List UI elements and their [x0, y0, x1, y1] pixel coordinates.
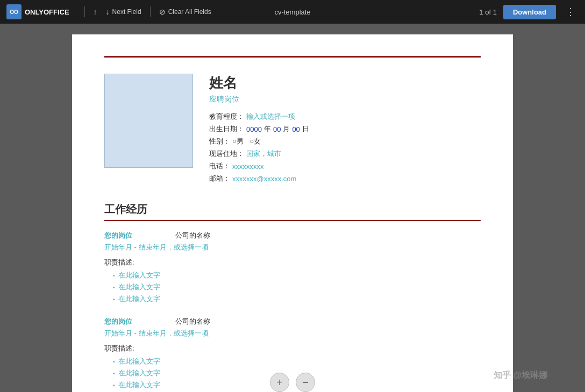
work-position-1[interactable]: 您的岗位 [104, 231, 132, 240]
resp-item-1-3[interactable]: 在此输入文字 [113, 294, 481, 304]
work-position-2[interactable]: 您的岗位 [104, 317, 132, 326]
remove-entry-button[interactable]: − [296, 373, 315, 392]
job-position-field[interactable]: 应聘岗位 [209, 95, 481, 104]
phone-row: 电话： xxxxxxxxx [209, 161, 481, 171]
email-label: 邮箱： [209, 174, 230, 183]
gender-row: 性别： ○男 ○女 [209, 137, 481, 146]
address-value[interactable]: 国家，城市 [246, 149, 281, 159]
work-company-1[interactable]: 公司的名称 [175, 231, 210, 240]
gender-label: 性别： [209, 137, 230, 146]
resp-label-2: 职责描述: [104, 344, 481, 353]
work-company-2[interactable]: 公司的名称 [175, 317, 210, 326]
document-title: cv-template [274, 8, 310, 16]
email-row: 邮箱： xxxxxxx@xxxxx.com [209, 174, 481, 183]
header-section: 姓名 应聘岗位 教育程度： 输入或选择一项 出生日期： 0000 年 00 月 … [104, 74, 481, 186]
birthday-label: 出生日期： [209, 124, 244, 134]
add-entry-button[interactable]: + [270, 373, 289, 392]
logo-text: ONLYOFFICE [25, 8, 69, 16]
work-section: 工作经历 您的岗位 公司的名称 开始年月 - 结束年月，或选择一项 职责描述: … [104, 202, 481, 390]
download-button[interactable]: Download [503, 5, 556, 19]
toolbar-right: 1 of 1 Download ⋮ [479, 4, 579, 20]
birthday-row: 出生日期： 0000 年 00 月 00 日 [209, 124, 481, 134]
birthday-year-label: 年 [264, 124, 271, 134]
phone-label: 电话： [209, 161, 230, 171]
resp-list-1: 在此输入文字 在此输入文字 在此输入文字 [104, 270, 481, 304]
birthday-day-value[interactable]: 00 [292, 125, 299, 133]
work-dates-2[interactable]: 开始年月 - 结束年月，或选择一项 [104, 329, 481, 338]
logo: OO ONLYOFFICE [6, 4, 69, 19]
birthday-day-label: 日 [302, 124, 309, 134]
education-value[interactable]: 输入或选择一项 [246, 112, 295, 122]
resp-item-1-1[interactable]: 在此输入文字 [113, 270, 481, 280]
work-section-line [104, 220, 481, 221]
top-line [104, 56, 481, 58]
address-row: 现居住地： 国家，城市 [209, 149, 481, 159]
gender-female[interactable]: ○女 [249, 137, 261, 146]
document: 姓名 应聘岗位 教育程度： 输入或选择一项 出生日期： 0000 年 00 月 … [72, 34, 513, 392]
work-dates-1[interactable]: 开始年月 - 结束年月，或选择一项 [104, 243, 481, 252]
birthday-month-value[interactable]: 00 [273, 125, 281, 133]
name-field[interactable]: 姓名 [209, 74, 481, 92]
header-info: 姓名 应聘岗位 教育程度： 输入或选择一项 出生日期： 0000 年 00 月 … [209, 74, 481, 186]
phone-value[interactable]: xxxxxxxxx [232, 162, 264, 170]
education-row: 教育程度： 输入或选择一项 [209, 112, 481, 122]
float-buttons: + − [270, 373, 315, 392]
email-value[interactable]: xxxxxxx@xxxxx.com [232, 175, 296, 183]
clear-icon: ⊘ [159, 8, 166, 16]
main-area: 姓名 应聘岗位 教育程度： 输入或选择一项 出生日期： 0000 年 00 月 … [0, 24, 585, 392]
prev-field-button[interactable]: ↑ [89, 5, 102, 18]
work-header-1: 您的岗位 公司的名称 [104, 231, 481, 240]
birthday-year-value[interactable]: 0000 [246, 125, 262, 133]
education-label: 教育程度： [209, 112, 244, 122]
clear-all-label: Clear All Fields [168, 8, 211, 16]
resp-item-2-1[interactable]: 在此输入文字 [113, 357, 481, 366]
more-options-icon[interactable]: ⋮ [562, 4, 579, 20]
logo-icon: OO [6, 4, 22, 19]
toolbar: OO ONLYOFFICE ↑ ↓ Next Field ⊘ Clear All… [0, 0, 585, 24]
toolbar-separator-2 [150, 6, 151, 17]
clear-all-button[interactable]: ⊘ Clear All Fields [155, 5, 216, 18]
up-arrow-icon: ↑ [94, 8, 97, 16]
resp-label-1: 职责描述: [104, 258, 481, 267]
work-section-title: 工作经历 [104, 202, 481, 217]
resp-item-1-2[interactable]: 在此输入文字 [113, 282, 481, 292]
toolbar-separator-1 [84, 6, 85, 17]
page-indicator: 1 of 1 [479, 8, 497, 16]
next-field-button[interactable]: ↓ Next Field [102, 5, 146, 18]
photo-placeholder [104, 74, 193, 168]
down-arrow-icon: ↓ [106, 8, 110, 16]
gender-male[interactable]: ○男 [232, 137, 244, 146]
work-entry-1: 您的岗位 公司的名称 开始年月 - 结束年月，或选择一项 职责描述: 在此输入文… [104, 231, 481, 304]
work-header-2: 您的岗位 公司的名称 [104, 317, 481, 326]
birthday-month-label: 月 [283, 124, 290, 134]
address-label: 现居住地： [209, 149, 244, 159]
next-field-label: Next Field [112, 8, 141, 16]
